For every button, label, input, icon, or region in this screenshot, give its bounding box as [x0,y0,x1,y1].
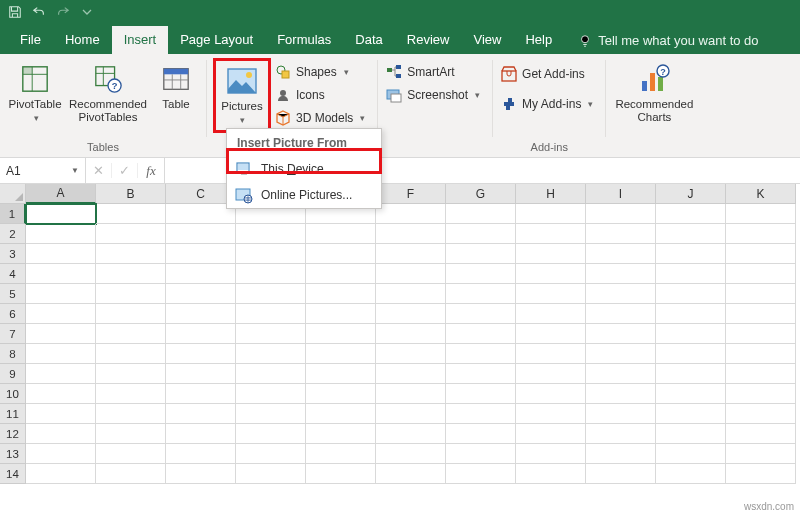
cell[interactable] [586,264,656,284]
cell[interactable] [166,284,236,304]
cell[interactable] [516,344,586,364]
recommended-pivottables-button[interactable]: ? Recommended PivotTables [66,58,150,129]
row-header[interactable]: 2 [0,224,26,244]
3d-models-button[interactable]: 3D Models▾ [273,108,371,128]
cancel-formula-icon[interactable]: ✕ [86,163,112,178]
cell[interactable] [726,364,796,384]
cell[interactable] [26,364,96,384]
tab-insert[interactable]: Insert [112,26,169,54]
cell[interactable] [516,464,586,484]
cell[interactable] [516,244,586,264]
select-all-corner[interactable] [0,184,26,204]
cell[interactable] [446,464,516,484]
cell[interactable] [586,404,656,424]
tab-data[interactable]: Data [343,26,394,54]
row-header[interactable]: 9 [0,364,26,384]
cell[interactable] [96,404,166,424]
cell[interactable] [96,204,166,224]
cell[interactable] [586,364,656,384]
cell[interactable] [166,304,236,324]
cell[interactable] [166,364,236,384]
cell[interactable] [376,284,446,304]
cell[interactable] [586,344,656,364]
this-device-menu-item[interactable]: This Device... [227,156,381,182]
cell[interactable] [376,244,446,264]
table-button[interactable]: Table [152,58,200,116]
save-icon[interactable] [6,3,24,21]
column-header[interactable]: J [656,184,726,204]
cell[interactable] [446,264,516,284]
cell[interactable] [236,244,306,264]
cell[interactable] [376,404,446,424]
cell[interactable] [236,464,306,484]
cell[interactable] [726,244,796,264]
cell[interactable] [446,424,516,444]
cell[interactable] [236,324,306,344]
cell[interactable] [516,204,586,224]
cell[interactable] [306,424,376,444]
row-header[interactable]: 6 [0,304,26,324]
cell[interactable] [26,244,96,264]
cell[interactable] [96,364,166,384]
cell[interactable] [726,424,796,444]
my-addins-button[interactable]: My Add-ins▾ [499,94,599,114]
cell[interactable] [26,464,96,484]
cell[interactable] [656,404,726,424]
cell[interactable] [516,404,586,424]
column-header[interactable]: F [376,184,446,204]
pivottable-button[interactable]: PivotTable▾ [6,58,64,129]
row-header[interactable]: 10 [0,384,26,404]
cell[interactable] [96,384,166,404]
cell[interactable] [236,364,306,384]
cell[interactable] [306,264,376,284]
cell[interactable] [96,344,166,364]
recommended-charts-button[interactable]: ? Recommended Charts [612,58,696,129]
cell[interactable] [586,464,656,484]
cell[interactable] [446,384,516,404]
fx-icon[interactable]: fx [138,163,164,179]
cell[interactable] [96,224,166,244]
online-pictures-menu-item[interactable]: Online Pictures... [227,182,381,208]
row-header[interactable]: 13 [0,444,26,464]
cell[interactable] [726,284,796,304]
cell[interactable] [586,444,656,464]
tab-formulas[interactable]: Formulas [265,26,343,54]
column-header[interactable]: I [586,184,656,204]
shapes-button[interactable]: Shapes▾ [273,62,371,82]
cell[interactable] [656,424,726,444]
column-header[interactable]: H [516,184,586,204]
undo-icon[interactable] [30,3,48,21]
cell[interactable] [166,264,236,284]
row-header[interactable]: 14 [0,464,26,484]
cell[interactable] [166,344,236,364]
cell[interactable] [656,264,726,284]
cell[interactable] [26,304,96,324]
cell[interactable] [96,444,166,464]
cell[interactable] [376,424,446,444]
cell[interactable] [726,344,796,364]
cell[interactable] [166,444,236,464]
tab-home[interactable]: Home [53,26,112,54]
cell[interactable] [26,204,96,224]
cell[interactable] [96,324,166,344]
cell[interactable] [376,324,446,344]
cell[interactable] [726,264,796,284]
column-header[interactable]: B [96,184,166,204]
cell[interactable] [656,224,726,244]
cell[interactable] [166,384,236,404]
cell[interactable] [26,324,96,344]
pictures-button[interactable]: Pictures▾ [213,58,271,133]
cell[interactable] [376,364,446,384]
cell[interactable] [96,284,166,304]
cell[interactable] [96,424,166,444]
tab-page-layout[interactable]: Page Layout [168,26,265,54]
cell[interactable] [446,444,516,464]
row-header[interactable]: 11 [0,404,26,424]
enter-formula-icon[interactable]: ✓ [112,163,138,178]
cell[interactable] [586,224,656,244]
cell[interactable] [96,244,166,264]
cell[interactable] [726,304,796,324]
cell[interactable] [446,224,516,244]
cell[interactable] [516,424,586,444]
cell[interactable] [376,264,446,284]
